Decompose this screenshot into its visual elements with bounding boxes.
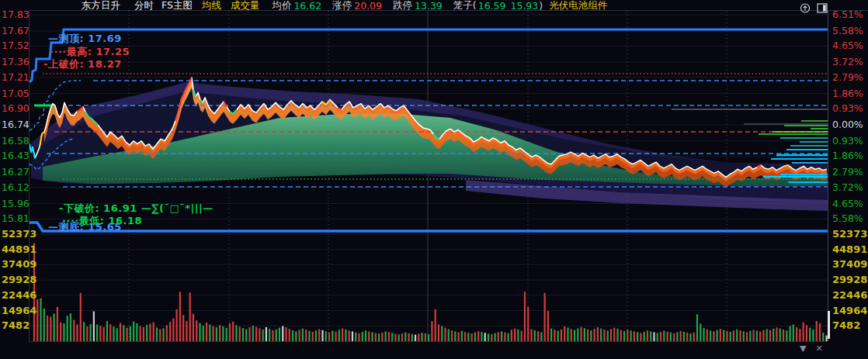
volume-bar xyxy=(259,328,260,341)
volume-bar xyxy=(477,331,479,341)
split-pane-icon[interactable] xyxy=(817,2,828,16)
tab-ma[interactable]: 均线 xyxy=(202,0,221,12)
volume-bar xyxy=(312,332,314,341)
volume-bar xyxy=(63,323,64,341)
sector-name[interactable]: 光伏电池组件 xyxy=(549,0,607,12)
volume-bar xyxy=(498,332,499,341)
volume-bar xyxy=(634,331,635,341)
volume-bar xyxy=(212,326,214,341)
volume-bar xyxy=(689,333,691,341)
volume-bar xyxy=(394,334,396,341)
volume-bar xyxy=(762,330,764,341)
volume-bar xyxy=(358,333,359,341)
volume-bar xyxy=(345,330,346,341)
volume-bar xyxy=(292,330,293,341)
volume-bar xyxy=(252,326,254,341)
stock-name[interactable]: 东方日升 xyxy=(82,0,120,12)
price-axis-label: 16.43 xyxy=(2,150,28,161)
volume-bar xyxy=(653,332,654,341)
limit-down-label: 跌停 xyxy=(393,0,412,12)
volume-bar xyxy=(235,325,237,341)
volume-bar xyxy=(47,316,48,341)
tab-volume[interactable]: 成交量 xyxy=(231,0,260,12)
volume-bar xyxy=(388,332,390,341)
volume-bar xyxy=(73,320,75,341)
volume-bar xyxy=(461,331,463,341)
volume-bar xyxy=(759,332,761,341)
volume-bar xyxy=(467,333,469,341)
volume-bar xyxy=(136,323,137,341)
price-axis-label: 17.83 xyxy=(2,9,28,20)
volume-bar xyxy=(272,330,273,341)
volume-bar xyxy=(752,330,754,341)
volume-axis-label-right: 29928 xyxy=(832,274,867,285)
volume-bar xyxy=(590,330,592,341)
volume-bar xyxy=(36,299,38,341)
avg-price-label: 均价 xyxy=(272,0,291,12)
volume-bar xyxy=(717,330,718,341)
volume-bar xyxy=(451,330,453,341)
volume-bar xyxy=(199,323,200,341)
volume-bar xyxy=(162,328,164,341)
volume-bar xyxy=(146,325,148,341)
volume-bar xyxy=(269,329,270,341)
volume-bar xyxy=(130,326,131,341)
volume-bar xyxy=(282,326,283,341)
volume-bar xyxy=(339,330,340,341)
volume-bar xyxy=(739,330,741,341)
pop-out-icon[interactable] xyxy=(800,2,811,16)
volume-bar xyxy=(703,328,704,341)
volume-bar xyxy=(504,333,505,341)
percent-axis-label: 2.79% xyxy=(832,72,863,83)
volume-bar xyxy=(481,332,482,341)
volume-bar xyxy=(514,329,516,341)
tab-fs-main[interactable]: FS主图 xyxy=(161,0,193,12)
volume-bar xyxy=(786,330,787,341)
volume-bar xyxy=(726,331,727,341)
volume-bar xyxy=(707,330,708,341)
percent-axis-label: 0.93% xyxy=(832,136,863,147)
volume-bar xyxy=(779,329,781,341)
volume-bar xyxy=(159,329,161,341)
close-volume-icon[interactable]: ✕ xyxy=(815,343,822,354)
volume-bar xyxy=(789,326,790,341)
volume-bar xyxy=(232,322,234,341)
volume-bar xyxy=(332,331,333,341)
volume-bar xyxy=(812,330,814,341)
volume-bar xyxy=(597,327,599,341)
volume-bar xyxy=(540,332,542,341)
volume-bar xyxy=(325,331,327,341)
volume-bar xyxy=(302,329,304,341)
volume-bar xyxy=(355,333,356,341)
volume-bar xyxy=(543,293,545,341)
volume-bar xyxy=(86,326,88,341)
price-axis-label: 15.81 xyxy=(2,213,28,224)
volume-bar xyxy=(793,325,794,341)
volume-bar xyxy=(189,292,191,341)
volume-bar xyxy=(746,332,748,341)
volume-bar xyxy=(448,329,450,341)
volume-bar xyxy=(666,332,668,341)
volume-axis-label-left: 14964 xyxy=(2,305,28,316)
volume-bar xyxy=(398,334,400,341)
price-axis-label: 17.52 xyxy=(2,40,28,51)
volume-bar xyxy=(630,330,632,341)
tab-intraday[interactable]: 分时 xyxy=(134,0,154,12)
volume-bar xyxy=(561,330,562,341)
volume-bar xyxy=(242,328,244,341)
volume-bar xyxy=(686,333,688,341)
volume-bar xyxy=(650,331,651,341)
collapse-volume-icon[interactable]: ▼ xyxy=(800,343,806,354)
volume-bar xyxy=(371,332,373,341)
volume-axis-label-left: 37409 xyxy=(2,259,28,270)
ann-measured-bottom: —测底: 15.65 xyxy=(48,220,122,234)
price-axis-label: 17.05 xyxy=(2,88,28,99)
volume-axis-label-left: 29928 xyxy=(2,274,28,285)
volume-bar xyxy=(660,332,661,341)
volume-bar xyxy=(431,321,432,341)
volume-bar xyxy=(308,331,310,341)
volume-bar xyxy=(554,330,555,341)
volume-bar xyxy=(534,330,536,341)
volume-bar xyxy=(375,333,377,341)
volume-bar xyxy=(219,325,220,341)
